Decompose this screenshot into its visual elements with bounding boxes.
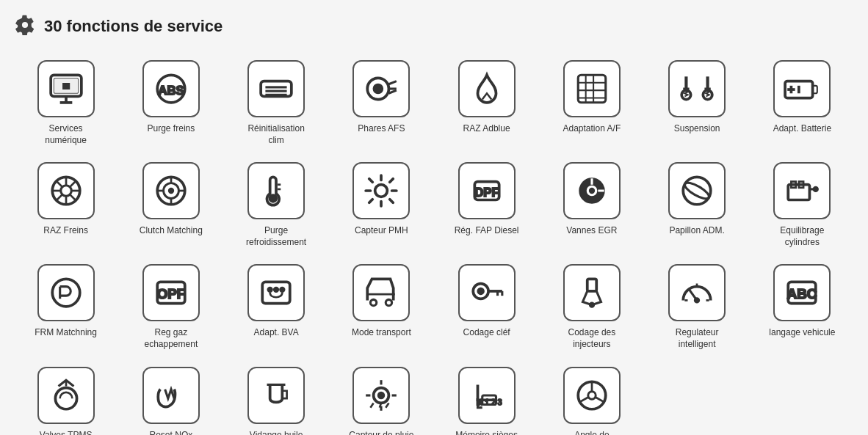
frm-matchning-icon [37, 264, 95, 321]
services-numerique-label: Services numérique [29, 123, 103, 146]
raz-freins-icon [37, 162, 95, 219]
purge-refroidissement-icon [247, 162, 305, 219]
feature-item-codage-injecteurs[interactable]: Codage des injecteurs [540, 260, 643, 354]
vidange-huile-icon [247, 367, 305, 424]
mode-transport-label: Mode transport [352, 327, 411, 339]
angle-braquage-icon [563, 367, 621, 424]
reg-fap-diesel-icon: DPF [458, 162, 516, 219]
feature-item-valves-tpms[interactable]: Valves TPMS [15, 362, 117, 435]
feature-item-phares-afs[interactable]: Phares AFS [330, 56, 433, 150]
svg-point-47 [270, 194, 277, 202]
svg-point-96 [588, 391, 596, 398]
raz-adblue-label: RAZ Adblue [463, 123, 510, 135]
svg-point-88 [378, 392, 384, 398]
feature-item-clutch-matching[interactable]: Clutch Matching [120, 158, 222, 252]
gear-icon [15, 15, 35, 38]
svg-line-36 [70, 181, 76, 187]
svg-point-77 [590, 303, 594, 307]
feature-item-reset-nox[interactable]: Reset NOx [120, 362, 222, 435]
svg-text:ABS: ABS [158, 84, 184, 98]
svg-text:ABC: ABC [787, 287, 817, 302]
clutch-matching-label: Clutch Matching [140, 225, 203, 237]
phares-afs-label: Phares AFS [358, 123, 405, 135]
vannes-egr-icon [563, 162, 621, 219]
feature-item-mode-transport[interactable]: Mode transport [330, 260, 433, 354]
capteur-pmh-label: Capteur PMH [355, 225, 408, 237]
feature-item-vidange-huile[interactable]: Vidange huile [225, 362, 328, 435]
feature-item-purge-refroidissement[interactable]: Purge refroidissement [225, 158, 328, 252]
feature-item-adapt-batterie[interactable]: Adapt. Batterie [751, 56, 853, 150]
equilibrage-cylindres-icon [773, 162, 831, 219]
feature-item-services-numerique[interactable]: ≡ Services numérique [15, 56, 117, 150]
feature-item-vannes-egr[interactable]: Vannes EGR [540, 158, 643, 252]
memoire-sieges-icon: M 1 2 3 [458, 367, 516, 424]
purge-freins-icon: ABS [142, 60, 200, 117]
svg-point-61 [52, 279, 80, 307]
mode-transport-icon [352, 264, 410, 321]
feature-item-adapt-bva[interactable]: Adapt. BVA [225, 260, 328, 354]
services-numerique-icon: ≡ [37, 60, 95, 117]
svg-point-29 [60, 186, 71, 197]
clutch-matching-icon [142, 162, 200, 219]
adaptation-af-label: Adaptation A/F [563, 123, 621, 135]
angle-braquage-label: Angle de braquage [555, 430, 629, 435]
langage-vehicule-label: langage vehicule [769, 327, 835, 339]
feature-item-suspension[interactable]: Suspension [646, 56, 748, 150]
frm-matchning-label: FRM Matchning [35, 327, 97, 339]
feature-item-reg-fap-diesel[interactable]: DPF Rég. FAP Diesel [435, 158, 538, 252]
suspension-icon [668, 60, 726, 117]
feature-item-purge-freins[interactable]: ABS Purge freins [120, 56, 222, 150]
feature-item-frm-matchning[interactable]: FRM Matchning [15, 260, 117, 354]
svg-line-98 [579, 397, 588, 402]
purge-freins-label: Purge freins [148, 123, 195, 135]
svg-point-69 [371, 300, 377, 306]
svg-line-11 [389, 81, 397, 84]
svg-point-40 [169, 189, 173, 193]
feature-item-codage-clef[interactable]: Codage cléf [435, 260, 538, 354]
adapt-batterie-icon [773, 60, 831, 117]
feature-item-memoire-sieges[interactable]: M 1 2 3 Mémoire sièges [435, 362, 538, 435]
reset-nox-label: Reset NOx [150, 430, 193, 435]
feature-item-reg-gaz-echappement[interactable]: OPF Reg gaz echappement [120, 260, 222, 354]
reg-fap-diesel-label: Rég. FAP Diesel [455, 225, 519, 237]
svg-text:OPF: OPF [157, 287, 186, 302]
raz-freins-label: RAZ Freins [43, 225, 88, 237]
raz-adblue-icon [458, 60, 516, 117]
svg-line-35 [70, 194, 76, 200]
svg-point-48 [375, 185, 388, 197]
capteur-pluie-icon [352, 367, 410, 424]
feature-item-angle-braquage[interactable]: Angle de braquage [540, 362, 643, 435]
valves-tpms-label: Valves TPMS [40, 430, 93, 435]
feature-item-langage-vehicule[interactable]: ABC langage vehicule [751, 260, 853, 354]
codage-clef-icon [458, 264, 516, 321]
feature-item-raz-adblue[interactable]: RAZ Adblue [435, 56, 538, 150]
feature-item-equilibrage-cylindres[interactable]: Equilibrage cylindres [751, 158, 853, 252]
svg-point-67 [280, 288, 284, 292]
codage-injecteurs-icon [563, 264, 621, 321]
page-header: 30 fonctions de service [15, 15, 853, 38]
reg-gaz-echappement-label: Reg gaz echappement [134, 327, 208, 350]
memoire-sieges-label: Mémoire sièges [455, 430, 518, 435]
papillon-adm-label: Papillon ADM. [669, 225, 724, 237]
feature-item-capteur-pluie[interactable]: Capteur de pluie et luminosité [330, 362, 433, 435]
feature-item-papillon-adm[interactable]: Papillon ADM. [646, 158, 748, 252]
adapt-bva-label: Adapt. BVA [254, 327, 299, 339]
svg-text:DPF: DPF [474, 186, 499, 200]
svg-point-66 [274, 288, 278, 292]
reinitialisation-clim-icon [247, 60, 305, 117]
svg-point-85 [55, 387, 76, 409]
feature-item-capteur-pmh[interactable]: Capteur PMH [330, 158, 433, 252]
vidange-huile-label: Vidange huile [250, 430, 303, 435]
feature-item-regulateur-intelligent[interactable]: Regulateur intelligent [646, 260, 748, 354]
feature-item-reinitialisation-clim[interactable]: Réinitialisation clim [225, 56, 328, 150]
feature-item-adaptation-af[interactable]: Adaptation A/F [540, 56, 643, 150]
regulateur-intelligent-label: Regulateur intelligent [660, 327, 734, 350]
langage-vehicule-icon: ABC [773, 264, 831, 321]
papillon-adm-icon [668, 162, 726, 219]
svg-point-60 [814, 187, 818, 191]
feature-item-raz-freins[interactable]: RAZ Freins [15, 158, 117, 252]
svg-rect-76 [587, 279, 597, 292]
phares-afs-icon [352, 60, 410, 117]
capteur-pmh-icon [352, 162, 410, 219]
capteur-pluie-label: Capteur de pluie et luminosité [344, 430, 418, 435]
